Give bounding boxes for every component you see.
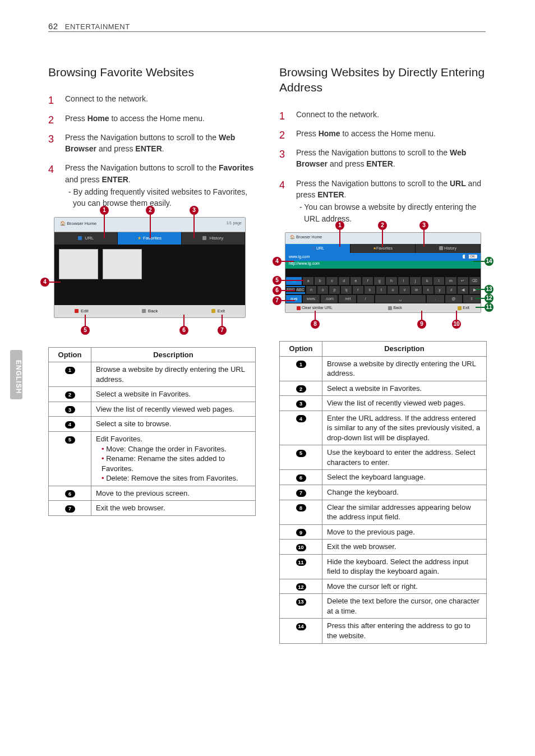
- tab-favorites[interactable]: ★Favorites: [350, 244, 416, 253]
- right-title: Browsing Websites by Directly Entering A…: [279, 64, 487, 95]
- key[interactable]: p: [329, 285, 340, 294]
- badge-8: 8: [296, 504, 306, 511]
- exit-icon: [211, 309, 215, 313]
- key[interactable]: r: [352, 285, 364, 294]
- key[interactable]: .com: [320, 294, 338, 303]
- key[interactable]: t: [376, 285, 388, 294]
- callout-2: 2: [146, 206, 155, 215]
- callout-3: 3: [419, 221, 428, 230]
- right-key[interactable]: ▶: [469, 285, 481, 294]
- step-3: 3 Press the Navigation buttons to scroll…: [279, 147, 487, 170]
- tab-history[interactable]: History: [416, 244, 481, 253]
- callout-7: 7: [273, 296, 282, 305]
- key[interactable]: x: [422, 285, 434, 294]
- screenshot-b: 🏠 Browser Home URL ★Favorites History ww…: [285, 232, 481, 313]
- square-icon: [297, 306, 301, 310]
- key[interactable]: o: [317, 285, 329, 294]
- key[interactable]: @: [445, 294, 463, 303]
- key[interactable]: z: [446, 285, 458, 294]
- backspace-key[interactable]: ⌫: [469, 276, 481, 285]
- callout-13: 13: [485, 285, 494, 294]
- step-2: 2 Press Home to access the Home menu.: [48, 113, 256, 124]
- key[interactable]: c: [326, 276, 338, 285]
- address-input[interactable]: www.lg.com OK: [285, 253, 481, 261]
- badge-1: 1: [296, 361, 306, 368]
- exit-button[interactable]: Exit: [458, 306, 469, 310]
- key[interactable]: i: [398, 276, 409, 285]
- key[interactable]: q: [340, 285, 352, 294]
- key[interactable]: v: [399, 285, 411, 294]
- key[interactable]: n: [306, 285, 317, 294]
- callout-11: 11: [485, 303, 494, 312]
- globe-icon[interactable]: 🌐: [285, 276, 302, 285]
- desc-5: Use the keyboard to enter the address. S…: [322, 445, 487, 470]
- callout-8: 8: [311, 320, 320, 329]
- th-option: Option: [280, 341, 322, 356]
- desc-2: Select a website in Favorites.: [91, 387, 256, 402]
- key[interactable]: g: [373, 276, 385, 285]
- badge-3: 3: [65, 406, 75, 413]
- key[interactable]: k: [421, 276, 433, 285]
- site-thumb[interactable]: [103, 249, 142, 279]
- hide-kb-key[interactable]: ⇧: [463, 294, 481, 303]
- left-column: Browsing Favorite Websites 1Connect to t…: [48, 64, 256, 516]
- key[interactable]: .net: [338, 294, 356, 303]
- tabbar: URL ★Favorites History: [285, 244, 481, 253]
- step-1: 1Connect to the network.: [279, 109, 487, 120]
- footer-bar: Edit Back Exit: [54, 305, 245, 317]
- tab-url[interactable]: URL: [285, 244, 350, 253]
- key[interactable]: m: [445, 276, 456, 285]
- enter-key[interactable]: ↵: [457, 276, 469, 285]
- key[interactable]: .: [426, 294, 444, 303]
- key[interactable]: f: [362, 276, 373, 285]
- key[interactable]: www.: [302, 294, 320, 303]
- site-thumb[interactable]: [59, 249, 98, 279]
- kb-row-1: 🌐 abcdefghijklm ↵ ⌫: [285, 276, 481, 285]
- titlebar: 🏠 Browser Home: [285, 233, 481, 244]
- key[interactable]: d: [338, 276, 350, 285]
- left-key[interactable]: ◀: [457, 285, 469, 294]
- key[interactable]: /: [357, 294, 375, 303]
- tab-url[interactable]: URL: [54, 232, 118, 245]
- space-key[interactable]: ␣: [375, 294, 427, 303]
- back-button[interactable]: Back: [388, 306, 402, 310]
- desc-1: Browse a website by directly entering th…: [322, 356, 487, 381]
- badge-7: 7: [65, 505, 75, 513]
- star-icon: ★: [137, 236, 141, 241]
- key[interactable]: b: [314, 276, 326, 285]
- key[interactable]: e: [350, 276, 362, 285]
- ok-button[interactable]: OK: [463, 255, 477, 259]
- key[interactable]: l: [433, 276, 445, 285]
- callout-7: 7: [218, 326, 227, 335]
- th-desc: Description: [91, 347, 256, 362]
- desc-4: Select a site to browse.: [91, 417, 256, 432]
- desc-4: Enter the URL address. If the address en…: [322, 411, 487, 445]
- section-name: ENTERTAINMENT: [65, 22, 130, 31]
- key[interactable]: w: [411, 285, 422, 294]
- desc-13: Delete the text before the cursor, one c…: [322, 594, 487, 619]
- key[interactable]: h: [385, 276, 397, 285]
- badge-1: 1: [65, 367, 75, 374]
- badge-7: 7: [296, 490, 306, 497]
- page-indicator: 1/1 page: [227, 221, 242, 225]
- similar-url[interactable]: http://www.lg.com: [285, 261, 481, 269]
- desc-8: Clear the similar addresses appearing be…: [322, 500, 487, 524]
- back-button[interactable]: Back: [142, 308, 158, 314]
- exit-button[interactable]: Exit: [211, 308, 225, 314]
- callout-9: 9: [417, 320, 426, 329]
- callout-2: 2: [378, 221, 387, 230]
- callout-3: 3: [190, 206, 199, 215]
- callout-12: 12: [485, 294, 494, 303]
- key[interactable]: s: [364, 285, 376, 294]
- key[interactable]: j: [409, 276, 421, 285]
- edit-button[interactable]: Edit: [75, 308, 89, 314]
- key[interactable]: y: [434, 285, 446, 294]
- symbol-key[interactable]: @#$: [285, 294, 302, 303]
- desc-12: Move the cursor left or right.: [322, 579, 487, 594]
- tab-history[interactable]: History: [182, 232, 245, 245]
- clear-button[interactable]: Clear similar URL: [297, 306, 333, 310]
- key[interactable]: u: [387, 285, 399, 294]
- back-icon: [142, 309, 146, 313]
- key[interactable]: a: [302, 276, 314, 285]
- desc-3: View the list of recently viewed web pag…: [91, 402, 256, 417]
